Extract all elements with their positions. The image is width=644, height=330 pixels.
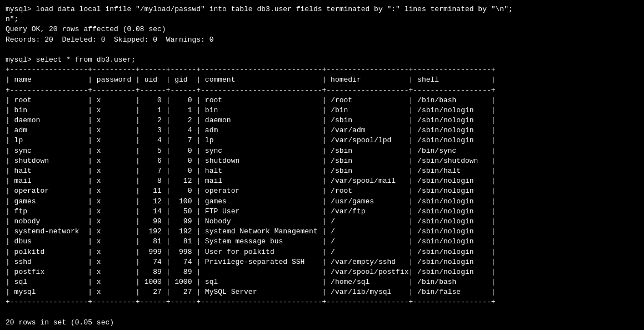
terminal-output: mysql> load data local infile "/myload/p… xyxy=(6,4,638,328)
terminal-window: mysql> load data local infile "/myload/p… xyxy=(6,4,638,328)
